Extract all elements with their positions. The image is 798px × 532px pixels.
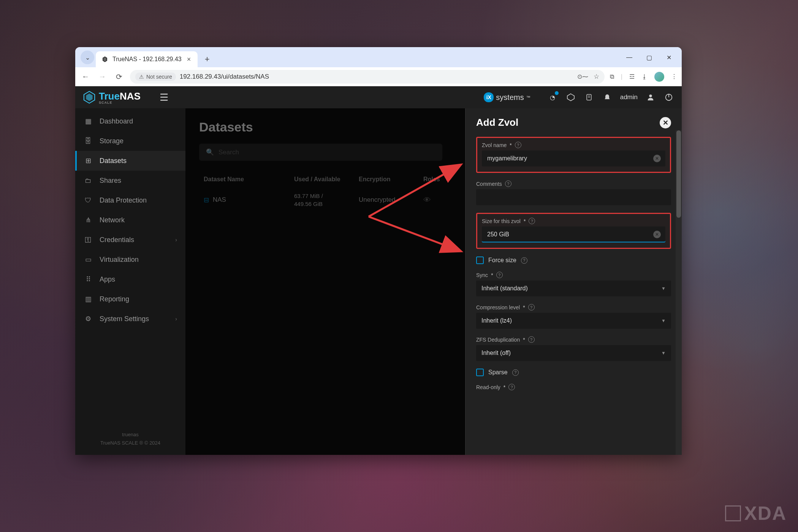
browser-toolbar: ← → ⟳ ⚠ Not secure 192.168.29.43/ui/data… xyxy=(75,67,682,86)
dedup-label: ZFS Deduplication*? xyxy=(476,336,671,343)
force-size-checkbox-row[interactable]: Force size ? xyxy=(476,256,671,264)
power-icon[interactable] xyxy=(663,92,674,103)
sidebar-item-network[interactable]: ⋔Network xyxy=(75,210,185,230)
truenas-app: TrueNAS SCALE ☰ iX systems™ ◔ xyxy=(75,86,682,455)
alerts-bell-icon[interactable] xyxy=(602,92,613,103)
gear-icon: ⚙ xyxy=(84,314,93,323)
chevron-down-icon: ▼ xyxy=(661,286,666,291)
monitor-icon: ▭ xyxy=(84,255,93,264)
zvol-name-input[interactable] xyxy=(482,150,665,166)
user-name[interactable]: admin xyxy=(620,93,638,101)
sidebar-item-data-protection[interactable]: 🛡Data Protection xyxy=(75,190,185,210)
help-icon[interactable]: ? xyxy=(521,257,527,264)
ix-logo-icon: iX xyxy=(484,92,494,102)
sync-label: Sync*? xyxy=(476,272,671,278)
sidebar-item-reporting[interactable]: ▥Reporting xyxy=(75,289,185,309)
url-text: 192.168.29.43/ui/datasets/NAS xyxy=(180,73,269,81)
status-icon[interactable]: ◔ xyxy=(547,92,558,103)
forward-button[interactable]: → xyxy=(97,71,108,82)
reading-list-icon[interactable]: ☲ xyxy=(629,73,635,80)
size-input[interactable] xyxy=(482,226,665,242)
browser-window: ⌄ TrueNAS - 192.168.29.43 × + — ▢ ✕ ← → … xyxy=(75,47,682,455)
clear-input-button[interactable]: ✕ xyxy=(653,155,661,162)
close-window-button[interactable]: ✕ xyxy=(660,50,678,65)
chevron-down-icon: ▼ xyxy=(661,350,666,356)
sidebar-item-dashboard[interactable]: ▦Dashboard xyxy=(75,111,185,131)
browser-tabstrip: ⌄ TrueNAS - 192.168.29.43 × + — ▢ ✕ xyxy=(75,47,682,67)
help-icon[interactable]: ? xyxy=(528,304,535,310)
ixsystems-brand[interactable]: iX systems™ xyxy=(484,92,530,102)
user-avatar-icon[interactable] xyxy=(645,92,656,103)
help-icon[interactable]: ? xyxy=(515,142,521,148)
sidebar-item-system-settings[interactable]: ⚙System Settings› xyxy=(75,309,185,329)
shield-icon: 🛡 xyxy=(84,196,93,205)
minimize-button[interactable]: — xyxy=(620,50,638,65)
xda-logo-box xyxy=(725,505,741,521)
help-icon[interactable]: ? xyxy=(496,272,503,278)
dashboard-icon: ▦ xyxy=(84,117,93,126)
downloads-icon[interactable]: ⭳ xyxy=(641,73,648,80)
chart-icon: ▥ xyxy=(84,294,93,304)
sidebar-item-datasets[interactable]: ⊞Datasets xyxy=(75,151,185,171)
truenas-logo[interactable]: TrueNAS SCALE xyxy=(83,90,141,104)
sidebar-footer: truenas TrueNAS SCALE ® © 2024 xyxy=(75,423,185,455)
chevron-right-icon: › xyxy=(175,316,177,322)
address-bar[interactable]: ⚠ Not secure 192.168.29.43/ui/datasets/N… xyxy=(130,70,605,84)
help-icon[interactable]: ? xyxy=(528,336,535,343)
storage-icon: 🗄 xyxy=(84,136,93,146)
comments-input[interactable] xyxy=(476,189,671,205)
dedup-select[interactable]: Inherit (off)▼ xyxy=(476,345,671,361)
logo-icon xyxy=(83,91,96,104)
add-zvol-panel: Add Zvol ✕ Zvol name*? ✕ xyxy=(465,108,682,455)
sidebar-item-virtualization[interactable]: ▭Virtualization xyxy=(75,250,185,269)
clear-input-button[interactable]: ✕ xyxy=(653,231,661,238)
apps-grid-icon: ⠿ xyxy=(84,275,93,284)
help-icon[interactable]: ? xyxy=(508,384,515,390)
datasets-icon: ⊞ xyxy=(84,156,93,165)
checkbox-icon[interactable] xyxy=(476,256,484,264)
panel-close-button[interactable]: ✕ xyxy=(660,117,671,128)
sidebar-item-apps[interactable]: ⠿Apps xyxy=(75,269,185,289)
highlight-zvol-name: Zvol name*? ✕ xyxy=(476,137,671,173)
extensions-icon[interactable]: ⧉ xyxy=(610,73,614,80)
panel-title: Add Zvol xyxy=(476,117,518,128)
back-button[interactable]: ← xyxy=(80,71,91,82)
sync-select[interactable]: Inherit (standard)▼ xyxy=(476,280,671,296)
bookmark-star-icon[interactable]: ☆ xyxy=(594,73,599,81)
security-badge[interactable]: ⚠ Not secure xyxy=(135,73,176,81)
browser-menu-icon[interactable]: ⋮ xyxy=(671,73,677,80)
checkbox-icon[interactable] xyxy=(476,369,484,376)
sidebar: ▦Dashboard 🗄Storage ⊞Datasets 🗀Shares 🛡D… xyxy=(75,108,185,455)
truecommand-icon[interactable] xyxy=(565,92,576,103)
svg-marker-3 xyxy=(86,93,93,101)
jobs-icon[interactable] xyxy=(584,92,594,103)
sidebar-item-credentials[interactable]: ⚿Credentials› xyxy=(75,230,185,250)
help-icon[interactable]: ? xyxy=(512,369,519,376)
sparse-checkbox-row[interactable]: Sparse ? xyxy=(476,369,671,376)
tab-title: TrueNAS - 192.168.29.43 xyxy=(112,56,182,63)
compression-label: Compression level*? xyxy=(476,304,671,310)
tab-list-button[interactable]: ⌄ xyxy=(81,51,94,64)
help-icon[interactable]: ? xyxy=(505,180,511,187)
comments-label: Comments? xyxy=(476,180,671,187)
profile-avatar[interactable] xyxy=(654,72,664,82)
sidebar-item-shares[interactable]: 🗀Shares xyxy=(75,171,185,190)
readonly-label: Read-only*? xyxy=(476,384,671,390)
sidebar-toggle-button[interactable]: ☰ xyxy=(160,92,168,103)
chevron-right-icon: › xyxy=(175,237,177,243)
compression-select[interactable]: Inherit (lz4)▼ xyxy=(476,313,671,329)
password-key-icon[interactable]: ⊙⁓ xyxy=(577,73,588,80)
svg-marker-4 xyxy=(567,94,574,101)
sidebar-item-storage[interactable]: 🗄Storage xyxy=(75,131,185,151)
help-icon[interactable]: ? xyxy=(529,218,535,224)
tab-close-button[interactable]: × xyxy=(185,55,193,63)
browser-tab[interactable]: TrueNAS - 192.168.29.43 × xyxy=(96,51,198,67)
shares-icon: 🗀 xyxy=(84,176,93,185)
network-icon: ⋔ xyxy=(84,215,93,225)
maximize-button[interactable]: ▢ xyxy=(640,50,658,65)
scrollbar-thumb[interactable] xyxy=(676,130,681,218)
scrollbar[interactable] xyxy=(676,130,682,455)
reload-button[interactable]: ⟳ xyxy=(113,71,125,82)
new-tab-button[interactable]: + xyxy=(201,53,214,66)
favicon-icon xyxy=(101,55,109,63)
